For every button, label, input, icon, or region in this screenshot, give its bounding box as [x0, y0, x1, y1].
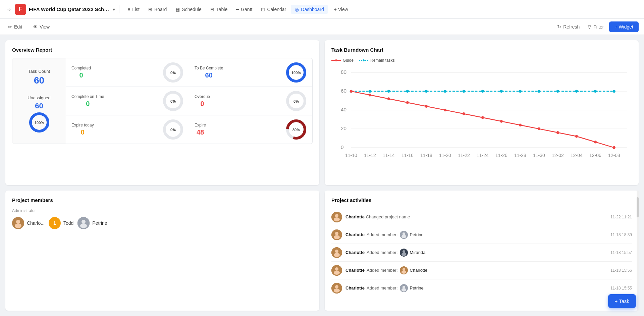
svg-point-74 [594, 141, 597, 143]
project-chevron-icon[interactable]: ▾ [113, 7, 115, 12]
activity-item: Charlotte Added member: Petrine 11-18 18… [331, 226, 632, 244]
filter-button[interactable]: ▽ Filter [585, 23, 606, 31]
stat-to-be-complete: To Be Complete 60 100% [189, 58, 312, 87]
overview-title: Overview Report [12, 47, 313, 53]
svg-point-101 [402, 268, 405, 271]
activity-action-2: Added member: [367, 232, 398, 237]
activity-user-3: Charlotte [345, 250, 365, 255]
activities-card: Project activities Charlotte Changed pro… [325, 191, 639, 311]
svg-text:11-20: 11-20 [439, 153, 451, 158]
svg-text:0%: 0% [170, 71, 176, 75]
charlotte-activity-avatar-2 [331, 229, 342, 240]
stat-expire-today: Expire today 0 0% [66, 115, 189, 144]
project-title: FIFA World Cup Qatar 2022 Sche... [29, 6, 109, 12]
activity-time-3: 11-18 15:57 [610, 250, 632, 255]
main-content: Overview Report Task Count 60 Unassigned… [0, 35, 644, 316]
stat-overdue: Overdue 0 0% [189, 87, 312, 115]
overview-card: Overview Report Task Count 60 Unassigned… [5, 40, 319, 185]
nav-divider [119, 5, 119, 13]
tab-board[interactable]: ⊞ Board [144, 5, 171, 14]
activities-list: Charlotte Changed project name 11-22 11:… [331, 208, 632, 296]
members-row: Charlo... 1 Todd Petrine [12, 217, 313, 229]
svg-text:0%: 0% [293, 99, 299, 103]
petrine-avatar [77, 217, 90, 229]
svg-point-57 [556, 90, 559, 93]
burndown-card: Task Burndown Chart Guide Remain tasks 8… [325, 40, 639, 185]
tab-schedule[interactable]: ▦ Schedule [171, 5, 205, 14]
add-widget-button[interactable]: + Widget [609, 21, 639, 32]
edit-icon: ✏ [8, 24, 12, 30]
svg-point-107 [402, 286, 405, 288]
svg-point-47 [369, 90, 371, 93]
svg-point-96 [401, 253, 406, 256]
svg-point-99 [334, 271, 340, 275]
svg-text:40: 40 [341, 107, 346, 112]
activity-time-4: 11-18 15:56 [610, 268, 632, 273]
add-view-button[interactable]: + View [331, 5, 352, 14]
svg-point-67 [463, 112, 465, 115]
scroll-track[interactable] [637, 191, 639, 311]
toolbar: ✏ Edit 👁 View ↻ Refresh ▽ Filter + Widge… [0, 19, 644, 35]
tab-list[interactable]: ≡ List [123, 5, 144, 14]
edit-button[interactable]: ✏ Edit [5, 23, 25, 31]
svg-text:11-22: 11-22 [458, 153, 470, 158]
svg-point-87 [334, 235, 340, 239]
activities-title: Project activities [331, 197, 632, 203]
svg-text:100%: 100% [291, 71, 301, 75]
todd-name: Todd [63, 220, 73, 226]
sidebar-toggle[interactable]: ⇒ [5, 5, 12, 13]
view-button[interactable]: 👁 View [30, 23, 52, 31]
tab-gantt[interactable]: ━ Gantt [232, 5, 256, 14]
svg-text:12-08: 12-08 [608, 153, 620, 158]
burndown-title: Task Burndown Chart [331, 47, 632, 53]
members-title: Project members [12, 197, 313, 203]
charlotte-avatar [12, 217, 24, 229]
petrine-mention-avatar [400, 231, 408, 239]
board-icon: ⊞ [148, 7, 152, 12]
member-charlotte: Charlo... [12, 217, 45, 229]
refresh-button[interactable]: ↻ Refresh [554, 23, 582, 31]
charlotte-mention-avatar [400, 266, 408, 274]
unassigned-value: 60 [35, 102, 43, 110]
svg-point-83 [335, 214, 338, 217]
overview-middle-col: Completed 0 0% Complete on Time 0 [66, 58, 189, 144]
add-task-button[interactable]: + Task [608, 294, 636, 308]
view-tabs: ≡ List ⊞ Board ▦ Schedule ⊟ Table ━ Gant… [123, 5, 328, 14]
activity-time: 11-22 11:21 [610, 215, 632, 219]
activity-item: Charlotte Added member: Charlotte 11-18 … [331, 262, 632, 279]
stat-expire: Expire 48 80% [189, 115, 312, 144]
tab-calendar[interactable]: ⊡ Calendar [257, 5, 290, 14]
activity-item: Charlotte Added member: Miranda 11-18 15… [331, 244, 632, 262]
svg-point-59 [594, 90, 597, 93]
tab-dashboard[interactable]: ◎ Dashboard [291, 5, 328, 14]
svg-point-58 [575, 90, 578, 93]
svg-point-70 [519, 124, 522, 126]
svg-point-60 [613, 90, 615, 93]
svg-point-71 [538, 127, 540, 130]
svg-point-18 [335, 59, 337, 61]
svg-text:12-02: 12-02 [552, 153, 564, 158]
svg-point-92 [335, 250, 338, 253]
table-icon: ⊟ [210, 7, 214, 12]
svg-point-63 [387, 97, 390, 100]
tab-table[interactable]: ⊟ Table [206, 5, 231, 14]
refresh-icon: ↻ [557, 24, 561, 30]
admin-label: Administrator [12, 208, 313, 213]
svg-text:0: 0 [341, 144, 344, 150]
overview-grid: Task Count 60 Unassigned 60 100% [12, 58, 313, 144]
svg-text:0%: 0% [170, 128, 176, 132]
svg-point-68 [481, 116, 484, 119]
svg-text:11-24: 11-24 [477, 153, 489, 158]
eye-icon: 👁 [33, 24, 38, 30]
svg-point-50 [425, 90, 428, 93]
member-mention-name-4: Petrine [410, 285, 424, 291]
burndown-chart-svg: 80 60 40 20 0 11-10 11-12 11-14 11-16 11… [331, 65, 632, 169]
svg-point-53 [481, 90, 484, 93]
activity-user-4: Charlotte [345, 268, 365, 273]
svg-text:11-30: 11-30 [533, 153, 545, 158]
svg-point-90 [401, 235, 406, 238]
overview-right-col: To Be Complete 60 100% Overdue [189, 58, 312, 144]
activity-item: Charlotte Changed project name 11-22 11:… [331, 208, 632, 226]
svg-point-73 [575, 135, 578, 138]
scroll-thumb[interactable] [637, 197, 639, 217]
